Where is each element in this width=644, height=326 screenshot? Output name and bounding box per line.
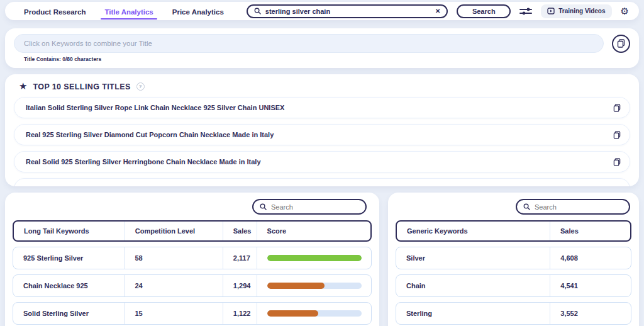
keyword-cell: Chain <box>396 275 550 296</box>
competition-cell: 15 <box>124 303 222 324</box>
column-header: Generic Keywords <box>397 222 550 240</box>
column-header: Sales <box>550 222 630 240</box>
selling-title-row[interactable]: Real 925 Sterling Silver Diamond Cut Pop… <box>14 124 630 145</box>
generic-row[interactable]: Silver 4,608 <box>396 247 631 269</box>
long-tail-row[interactable]: 925 Sterling Silver 58 2,117 <box>13 247 372 269</box>
long-tail-table-header: Long Tail Keywords Competition Level Sal… <box>13 220 372 242</box>
selling-title-text: Real 925 Sterling Silver Diamond Cut Pop… <box>26 131 274 138</box>
score-bar-track <box>267 255 362 261</box>
generic-row[interactable]: Sterling 3,552 <box>396 302 631 325</box>
top-navigation-bar: Product Research Title Analytics Price A… <box>5 2 639 20</box>
training-videos-button[interactable]: Training Videos <box>541 4 611 18</box>
selling-title-row[interactable]: Real Solid 925 Sterling Silver Herringbo… <box>14 151 630 172</box>
generic-table-header: Generic Keywords Sales <box>396 220 631 242</box>
long-tail-row[interactable]: Chain Necklace 925 24 1,294 <box>13 274 372 297</box>
training-videos-label: Training Videos <box>558 8 605 14</box>
score-cell <box>257 247 371 269</box>
sales-cell: 2,117 <box>223 247 257 269</box>
sales-cell: 1,294 <box>223 275 257 296</box>
search-icon <box>260 203 267 210</box>
selling-title-text: Real Solid 925 Sterling Silver Herringbo… <box>26 158 261 166</box>
score-bar-fill <box>267 310 318 317</box>
title-builder-card: Title Contains: 0/80 characters <box>5 28 639 68</box>
score-bar-track <box>267 310 362 317</box>
score-bar-fill <box>267 283 325 289</box>
search-icon <box>523 203 530 210</box>
column-header: Sales <box>223 222 257 240</box>
column-header: Competition Level <box>125 222 223 240</box>
long-tail-search-field[interactable] <box>252 199 367 215</box>
copy-icon[interactable] <box>613 131 621 139</box>
settings-gear-icon[interactable]: ⚙ <box>621 6 629 17</box>
combined-title-input[interactable] <box>14 34 604 53</box>
competition-cell: 24 <box>124 275 222 296</box>
tab-title-analytics[interactable]: Title Analytics <box>99 3 158 20</box>
star-icon: ★ <box>19 82 27 91</box>
search-button[interactable]: Search <box>457 4 511 18</box>
selling-title-row[interactable]: Italian Solid Sterling Silver Rope Link … <box>14 97 630 118</box>
generic-keywords-panel: Generic Keywords Sales Silver 4,608 Chai… <box>388 193 639 326</box>
keyword-cell: Silver <box>396 247 550 269</box>
video-icon <box>547 8 555 14</box>
selling-title-text: Italian Solid Sterling Silver Rope Link … <box>26 104 284 111</box>
search-icon <box>254 8 261 14</box>
keyword-cell: Solid Sterling Silver <box>13 303 124 324</box>
score-cell <box>257 275 371 296</box>
keyword-cell: 925 Sterling Silver <box>13 247 124 269</box>
sales-cell: 1,122 <box>223 303 257 324</box>
long-tail-search-input[interactable] <box>271 203 359 211</box>
keyword-cell: Chain Necklace 925 <box>13 275 124 296</box>
top-titles-heading: TOP 10 SELLING TITLES <box>33 82 130 91</box>
keyword-cell: Sterling <box>396 303 550 324</box>
clear-search-icon[interactable]: ✕ <box>435 8 440 14</box>
help-icon[interactable]: ? <box>136 82 145 91</box>
score-cell <box>257 303 371 324</box>
generic-search-field[interactable] <box>516 199 630 215</box>
score-bar-track <box>267 283 362 289</box>
column-header: Score <box>257 222 370 240</box>
title-character-count: Title Contains: 0/80 characters <box>24 56 630 62</box>
sales-cell: 4,541 <box>550 275 631 296</box>
sales-cell: 4,608 <box>550 247 631 269</box>
long-tail-keywords-panel: Long Tail Keywords Competition Level Sal… <box>5 193 379 326</box>
search-input[interactable] <box>265 8 431 15</box>
column-header: Long Tail Keywords <box>14 222 125 240</box>
score-bar-fill <box>267 255 362 261</box>
sales-cell: 3,552 <box>550 303 631 324</box>
tab-price-analytics[interactable]: Price Analytics <box>167 3 229 20</box>
filter-sliders-icon[interactable] <box>519 6 532 16</box>
copy-icon[interactable] <box>613 158 621 166</box>
copy-title-button[interactable] <box>612 35 630 53</box>
competition-cell: 58 <box>124 247 222 269</box>
copy-icon[interactable] <box>613 104 621 112</box>
generic-row[interactable]: Chain 4,541 <box>396 274 631 297</box>
keyword-search-field[interactable]: ✕ <box>247 4 448 18</box>
tab-product-research[interactable]: Product Research <box>19 3 91 20</box>
long-tail-row[interactable]: Solid Sterling Silver 15 1,122 <box>13 302 372 325</box>
selling-title-row-partial[interactable] <box>14 178 630 186</box>
top-selling-titles-card: ★ TOP 10 SELLING TITLES ? Italian Solid … <box>5 74 639 186</box>
generic-search-input[interactable] <box>535 203 623 211</box>
